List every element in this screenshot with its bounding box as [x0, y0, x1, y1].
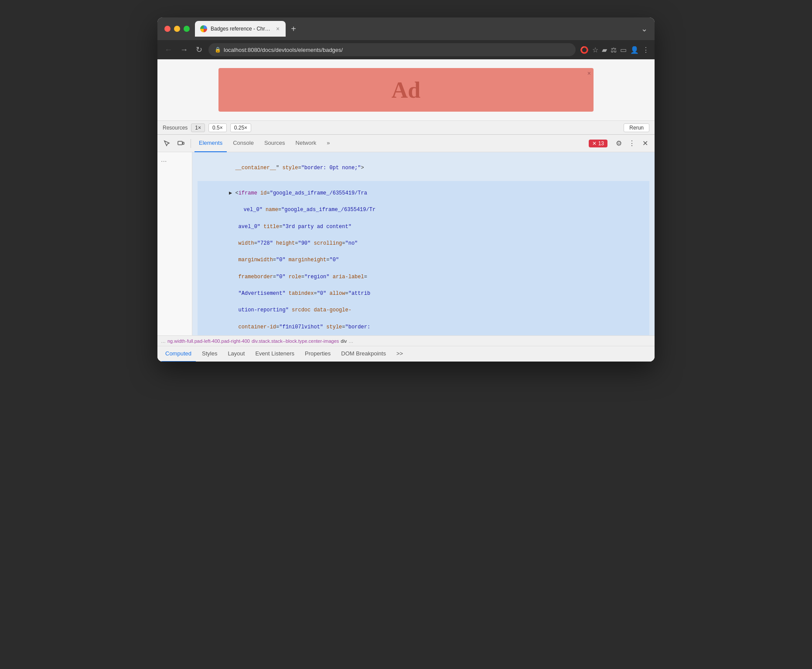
tab-close-button[interactable]: ×	[275, 24, 280, 33]
extension-icon[interactable]: ▰	[602, 46, 607, 54]
rerun-button[interactable]: Rerun	[624, 123, 649, 132]
page-content: × Ad	[157, 59, 655, 120]
html-line-1: __container__" style="border: 0pt none;"…	[198, 156, 649, 181]
tab-layout[interactable]: Layout	[223, 346, 249, 362]
back-button[interactable]: ←	[163, 44, 174, 55]
title-bar: Badges reference - Chrome De × + ⌄	[157, 17, 655, 40]
devtools-panel: Elements Console Sources Network » ✕ 13 …	[157, 134, 655, 362]
new-tab-button[interactable]: +	[287, 22, 300, 36]
window-icon[interactable]: ▭	[620, 46, 627, 54]
close-window-button[interactable]	[164, 26, 171, 32]
inspect-element-button[interactable]	[161, 137, 173, 150]
tab-elements[interactable]: Elements	[194, 135, 227, 152]
breadcrumb-dots-right: …	[348, 338, 353, 344]
flask-icon[interactable]: ⚖	[611, 46, 617, 54]
tab-properties[interactable]: Properties	[300, 346, 335, 362]
more-options-icon[interactable]: ⋮	[642, 46, 649, 54]
profile-icon[interactable]: 👤	[630, 46, 639, 54]
tab-dom-breakpoints[interactable]: DOM Breakpoints	[337, 346, 390, 362]
tab-bottom-more[interactable]: >>	[392, 346, 407, 362]
ad-close-button[interactable]: ×	[587, 70, 591, 77]
reload-button[interactable]: ↻	[194, 44, 204, 55]
devtools-html-panel: __container__" style="border: 0pt none;"…	[192, 152, 655, 335]
zoom-0-25x-button[interactable]: 0.25×	[230, 123, 251, 132]
maximize-window-button[interactable]	[184, 26, 190, 32]
traffic-lights	[164, 26, 190, 32]
breadcrumb-item-1[interactable]: ng.width-full.pad-left-400.pad-right-400	[167, 338, 250, 344]
settings-button[interactable]: ⚙	[613, 137, 625, 150]
tab-styles[interactable]: Styles	[198, 346, 222, 362]
address-bar: ← → ↻ 🔒 localhost:8080/docs/devtools/ele…	[157, 40, 655, 59]
error-icon: ✕	[592, 140, 597, 147]
forward-button[interactable]: →	[178, 44, 190, 55]
zoom-1x-button[interactable]: 1×	[191, 123, 205, 132]
tab-console[interactable]: Console	[229, 135, 258, 152]
svg-rect-0	[178, 141, 182, 145]
device-toolbar-button[interactable]	[175, 137, 187, 150]
resources-label: Resources	[163, 125, 188, 131]
breadcrumb-bar: … ng.width-full.pad-left-400.pad-right-4…	[157, 335, 655, 346]
zoom-bar: Resources 1× 0.5× 0.25× Rerun	[157, 120, 655, 134]
tab-sources[interactable]: Sources	[260, 135, 290, 152]
tab-title: Badges reference - Chrome De	[211, 26, 272, 32]
address-icons: ⭕ ☆ ▰ ⚖ ▭ 👤 ⋮	[580, 46, 649, 54]
breadcrumb-item-2[interactable]: div.stack.stack--block.type.center-image…	[252, 338, 339, 344]
browser-window: Badges reference - Chrome De × + ⌄ ← → ↻…	[157, 17, 655, 362]
breadcrumb-dots-left: …	[161, 338, 166, 344]
svg-rect-1	[183, 142, 184, 144]
devtools-left-panel: ···	[157, 152, 192, 335]
zoom-0-5x-button[interactable]: 0.5×	[208, 123, 227, 132]
tab-computed[interactable]: Computed	[161, 346, 196, 362]
lock-icon: 🔒	[215, 47, 221, 53]
ad-label: Ad	[392, 77, 420, 103]
ad-banner: × Ad	[218, 68, 594, 112]
address-input[interactable]: 🔒 localhost:8080/docs/devtools/elements/…	[208, 43, 576, 56]
tab-network[interactable]: Network	[291, 135, 321, 152]
devtools-bottom-tabs: Computed Styles Layout Event Listeners P…	[157, 346, 655, 362]
minimize-window-button[interactable]	[174, 26, 180, 32]
error-badge: ✕ 13	[589, 140, 607, 147]
tab-more[interactable]: »	[322, 135, 334, 152]
close-devtools-button[interactable]: ✕	[639, 137, 651, 150]
tab-bar: Badges reference - Chrome De × +	[195, 21, 636, 37]
devtools-toolbar: Elements Console Sources Network » ✕ 13 …	[157, 135, 655, 152]
toolbar-separator	[191, 139, 191, 148]
error-count: 13	[598, 140, 604, 147]
active-tab[interactable]: Badges reference - Chrome De ×	[195, 21, 286, 37]
left-panel-ellipsis: ···	[161, 157, 167, 165]
more-options-button[interactable]: ⋮	[626, 137, 638, 150]
devtools-content: ··· __container__" style="border: 0pt no…	[157, 152, 655, 335]
bookmark-icon[interactable]: ☆	[592, 46, 598, 54]
tab-favicon	[200, 25, 207, 32]
url-text: localhost:8080/docs/devtools/elements/ba…	[224, 47, 343, 53]
tab-menu-button[interactable]: ⌄	[641, 24, 648, 34]
html-line-iframe[interactable]: ▶ <iframe id="google_ads_iframe_/6355419…	[198, 181, 649, 335]
breadcrumb-item-3[interactable]: div	[341, 338, 347, 344]
devtools-action-icons: ⚙ ⋮ ✕	[613, 137, 651, 150]
share-icon[interactable]: ⭕	[580, 46, 589, 54]
tab-event-listeners[interactable]: Event Listeners	[251, 346, 299, 362]
